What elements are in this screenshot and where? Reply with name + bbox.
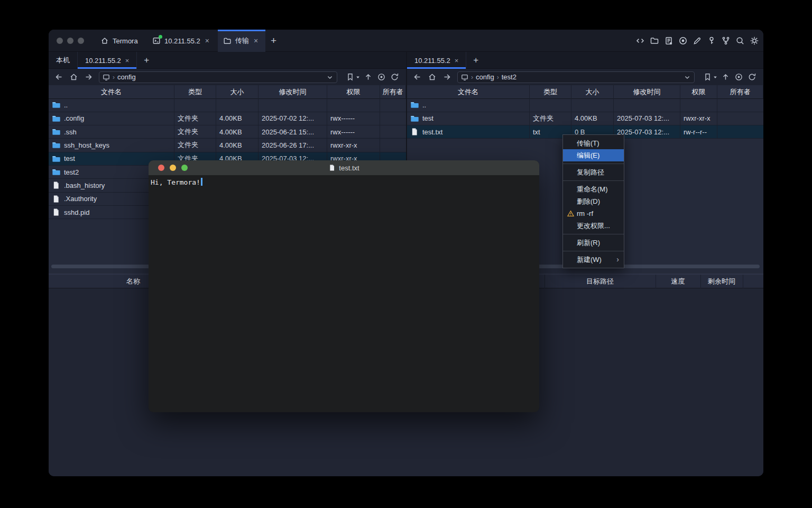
close-tab-icon[interactable]: × xyxy=(254,37,258,44)
refresh-button[interactable] xyxy=(748,72,756,81)
menu-item[interactable]: rm -rf xyxy=(563,207,624,220)
path-bar[interactable]: ›config›test2 xyxy=(457,71,695,83)
home-button[interactable] xyxy=(428,72,437,81)
file-size xyxy=(216,98,259,112)
caret-down-icon[interactable] xyxy=(356,75,360,79)
menu-item[interactable]: 编辑(E) xyxy=(563,149,624,161)
branch-icon[interactable] xyxy=(721,36,731,46)
path-bar[interactable]: ›config xyxy=(99,71,337,83)
menu-item-label: rm -rf xyxy=(577,210,593,217)
file-tab-本机[interactable]: 本机 xyxy=(49,52,78,69)
folder-icon xyxy=(223,37,232,45)
column-target-path[interactable]: 目标路径 xyxy=(545,275,656,288)
search-icon[interactable] xyxy=(735,36,745,46)
column-header[interactable]: 大小 xyxy=(571,85,614,99)
column-header[interactable]: 所有者 xyxy=(717,85,763,99)
titlebar-actions xyxy=(635,30,759,52)
breadcrumb-item[interactable]: test2 xyxy=(502,73,516,81)
home-button[interactable] xyxy=(69,72,78,81)
menu-separator xyxy=(563,164,624,164)
code-icon[interactable] xyxy=(635,36,645,46)
file-name: .Xauthority xyxy=(64,195,97,203)
file-icon xyxy=(410,128,419,136)
editor-text: Hi, Termora! xyxy=(151,178,200,186)
file-row-ssh_host_keys[interactable]: ssh_host_keys文件夹4.00KB2025-06-26 17:...r… xyxy=(49,139,406,152)
tab-host[interactable]: 10.211.55.2 × xyxy=(147,30,215,52)
back-button[interactable] xyxy=(413,72,422,81)
column-header[interactable]: 权限 xyxy=(680,85,717,99)
close-button[interactable] xyxy=(57,38,63,44)
tab-transfer[interactable]: 传输 × xyxy=(218,30,265,52)
chevron-down-icon[interactable] xyxy=(684,74,691,81)
new-file-tab-button[interactable]: + xyxy=(466,52,485,68)
column-header[interactable]: 权限 xyxy=(327,85,380,99)
column-header[interactable]: 类型 xyxy=(174,85,216,99)
menu-item[interactable]: 新建(W)› xyxy=(563,253,624,266)
back-button[interactable] xyxy=(54,72,63,81)
menu-item[interactable]: 复制路径 xyxy=(563,166,624,178)
breadcrumb-item[interactable]: config xyxy=(117,73,136,81)
column-speed[interactable]: 速度 xyxy=(656,275,700,288)
bookmark-button[interactable] xyxy=(703,72,712,81)
menu-item[interactable]: 重命名(M) xyxy=(563,183,624,195)
chevron-down-icon[interactable] xyxy=(326,74,334,81)
minimize-button[interactable] xyxy=(67,38,73,44)
show-hidden-button[interactable] xyxy=(377,72,386,81)
caret-down-icon[interactable] xyxy=(713,75,717,79)
settings-icon[interactable] xyxy=(750,36,759,46)
file-tab-10.211.55.2[interactable]: 10.211.55.2× xyxy=(78,52,137,69)
file-type xyxy=(174,98,216,112)
forward-button[interactable] xyxy=(84,72,93,81)
close-tab-icon[interactable]: × xyxy=(205,37,209,44)
menu-separator xyxy=(563,251,624,251)
refresh-button[interactable] xyxy=(390,72,399,81)
file-row-test[interactable]: test文件夹4.00KB2025-07-03 12:...rwxr-xr-x xyxy=(407,112,763,125)
maximize-button[interactable] xyxy=(78,38,84,44)
menu-item[interactable]: 传输(T) xyxy=(563,137,624,149)
parent-directory-button[interactable] xyxy=(364,72,373,81)
record-icon[interactable] xyxy=(678,36,688,46)
column-header[interactable]: 文件名 xyxy=(49,85,174,99)
editor-traffic-lights[interactable] xyxy=(158,165,188,171)
forward-button[interactable] xyxy=(442,72,451,81)
file-owner xyxy=(380,125,406,139)
key-icon[interactable] xyxy=(707,36,716,46)
pencil-icon[interactable] xyxy=(693,36,702,46)
file-table: 文件名类型大小修改时间权限所有者..test文件夹4.00KB2025-07-0… xyxy=(407,85,763,139)
column-header[interactable]: 类型 xyxy=(530,85,571,99)
menu-item[interactable]: 更改权限... xyxy=(563,220,624,232)
show-hidden-button[interactable] xyxy=(734,72,743,81)
parent-directory-button[interactable] xyxy=(721,72,730,81)
column-header[interactable]: 修改时间 xyxy=(614,85,680,99)
file-row-.config[interactable]: .config文件夹4.00KB2025-07-02 12:...rwx----… xyxy=(49,112,406,125)
editor-content[interactable]: Hi, Termora! xyxy=(149,175,539,412)
file-owner xyxy=(717,125,763,139)
traffic-lights[interactable] xyxy=(57,38,84,44)
column-remaining-time[interactable]: 剩余时间 xyxy=(700,275,743,288)
file-row-..[interactable]: .. xyxy=(407,98,763,112)
file-row-.ssh[interactable]: .ssh文件夹4.00KB2025-06-21 15:...rwx------ xyxy=(49,125,406,139)
file-tab-10.211.55.2[interactable]: 10.211.55.2× xyxy=(407,52,466,69)
maximize-button[interactable] xyxy=(181,165,188,171)
new-file-tab-button[interactable]: + xyxy=(137,52,156,68)
column-header[interactable]: 所有者 xyxy=(380,85,406,99)
file-row-..[interactable]: .. xyxy=(49,98,406,112)
minimize-button[interactable] xyxy=(170,165,176,171)
column-header[interactable]: 修改时间 xyxy=(259,85,327,99)
file-name: test.txt xyxy=(422,128,442,136)
menu-item[interactable]: 删除(D) xyxy=(563,195,624,207)
folder-icon[interactable] xyxy=(650,36,659,46)
bookmark-button[interactable] xyxy=(346,72,355,81)
column-header[interactable]: 大小 xyxy=(216,85,259,99)
tab-termora[interactable]: Termora xyxy=(95,30,143,52)
close-tab-icon[interactable]: × xyxy=(125,57,130,64)
close-button[interactable] xyxy=(158,165,164,171)
new-tab-button[interactable]: + xyxy=(271,30,276,52)
tab-transfer-label: 传输 xyxy=(235,36,249,46)
column-header[interactable]: 文件名 xyxy=(407,85,530,99)
menu-item[interactable]: 刷新(R) xyxy=(563,237,624,249)
breadcrumb-item[interactable]: config xyxy=(476,73,494,81)
file-modified: 2025-06-21 15:... xyxy=(259,125,327,139)
close-tab-icon[interactable]: × xyxy=(455,57,459,64)
notes-icon[interactable] xyxy=(664,36,673,46)
